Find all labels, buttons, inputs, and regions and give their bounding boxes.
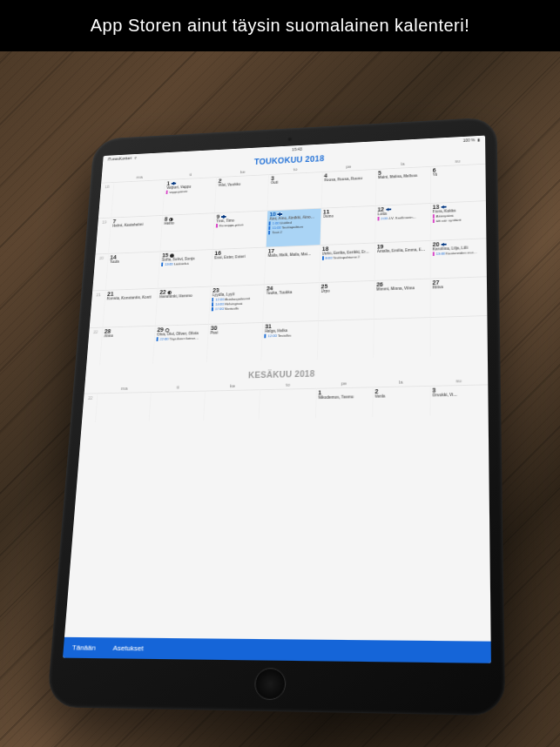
app-screen: iTunesKortteri ᯤ 15:43 100 % ▮ TOUKOKUU …	[63, 136, 491, 663]
day-cell[interactable]: 18Uuko, Eerika, Eerikki, Er…8:00Testitap…	[318, 243, 374, 283]
event-item[interactable]: 13:00Kaatuneiden mui…	[432, 250, 484, 256]
day-cell[interactable]: 24Tuuka, Tuukka	[262, 282, 318, 322]
day-cell[interactable]	[148, 391, 204, 421]
day-cell[interactable]: 8Heino	[159, 212, 214, 251]
promo-caption: App Storen ainut täysin suomalainen kale…	[0, 0, 560, 51]
event-item[interactable]: 17:00Vantaalla	[211, 306, 260, 311]
day-cell[interactable]	[111, 179, 165, 218]
flag-icon	[277, 213, 282, 217]
day-cell[interactable]: 5Maini, Malina, Mellssa	[374, 166, 429, 205]
day-cell[interactable]: 29Oiva, Oivi, Oliver, Olivia22:00Täysiku…	[152, 324, 208, 364]
event-item[interactable]: 12:00Testallus	[264, 333, 315, 338]
month-grid[interactable]: 181Valpuri, Vappuvappupäivät2Vilvi, Vuok…	[86, 164, 488, 366]
name-day-label: Tuuka, Tuukka	[266, 289, 316, 295]
name-day-label: Hemminki, Hemmo	[159, 293, 208, 299]
wifi-icon: ᯤ	[133, 156, 138, 160]
bottom-toolbar: Tänään Asetukset	[63, 637, 491, 663]
name-day-label: Urpo	[320, 287, 372, 293]
day-cell[interactable]: 21Konsta, Konstantin, Kosti	[102, 288, 157, 327]
home-button[interactable]	[253, 668, 286, 700]
flag-icon	[385, 208, 390, 212]
battery-label: 100 %	[462, 138, 475, 143]
day-cell[interactable]: 4Roosa, Ruusa, Ruusu	[320, 169, 375, 208]
today-button[interactable]: Tänään	[71, 643, 96, 652]
flag-icon	[221, 215, 226, 219]
day-cell[interactable]: 27Riitva	[429, 276, 487, 317]
name-day-label: Nikodemus, Teemu	[318, 394, 370, 400]
battery-icon: ▮	[477, 138, 480, 142]
day-cell[interactable]: 11Osmo	[320, 205, 375, 245]
day-cell[interactable]: 9Timi, TimoEurooppa-päivä	[212, 211, 267, 250]
camera-dot	[287, 137, 292, 141]
flag-icon	[441, 243, 446, 246]
day-cell[interactable]: 19Amalia, Emilia, Emma, E…	[374, 240, 429, 280]
day-cell[interactable]: 12Lotta2:00J.V. Snellmanin…	[374, 203, 429, 242]
day-cell[interactable]: 7Helmi, Kastehelmi	[108, 215, 162, 253]
day-cell[interactable]: 22Hemminki, Hemmo	[155, 286, 211, 326]
name-day-label: Konsta, Konstantin, Kosti	[106, 295, 155, 300]
day-cell[interactable]: 14Tuula	[105, 252, 159, 290]
day-cell[interactable]: 3Outi	[267, 172, 321, 210]
day-cell[interactable]: 3Orvokki, Vi…	[429, 384, 488, 415]
day-cell[interactable]	[429, 315, 487, 356]
day-cell[interactable]: 28Alma	[99, 326, 155, 365]
day-cell[interactable]	[372, 317, 429, 358]
name-day-label: Venla	[374, 394, 428, 399]
day-cell[interactable]: 15Sofia, Sohvi, Sonja13:00Lääkärikä	[157, 249, 212, 288]
day-cell[interactable]: 17Maila, Malli, Maila, Mai…	[264, 245, 320, 284]
event-item[interactable]: 13:00Lääkärikä	[161, 260, 210, 266]
name-day-label: Riitva	[432, 284, 484, 290]
event-item[interactable]: 8:00Testitapahtumo 2	[321, 254, 372, 260]
tablet-frame: iTunesKortteri ᯤ 15:43 100 % ▮ TOUKOKUU …	[46, 117, 505, 716]
day-cell[interactable]	[316, 319, 373, 360]
day-cell[interactable]: 26Mimmi, Minna, Vilma	[373, 279, 429, 319]
day-cell[interactable]: 20Karoliina, Lilja, Lilli13:00Kaatuneide…	[429, 238, 486, 278]
settings-button[interactable]: Asetukset	[112, 644, 144, 653]
clock-label: 15:43	[292, 147, 302, 152]
day-cell[interactable]: 16Essi, Ester, Esteri	[210, 247, 265, 286]
name-day-label: Tuula	[109, 258, 157, 264]
flag-icon	[171, 182, 176, 185]
day-cell[interactable]: 1Nikodemus, Teemu	[314, 387, 372, 418]
name-day-label: Mimmi, Minna, Vilma	[376, 286, 428, 292]
name-day-label: Pasi	[210, 329, 260, 334]
day-cell[interactable]: 13Fiora, KukkaÄitienpäivääiti aäi: syntt…	[429, 200, 486, 240]
day-cell[interactable]	[259, 388, 315, 420]
day-cell[interactable]: 31Helga, Helka12:00Testallus	[260, 320, 317, 360]
name-day-label: Essi, Ester, Esteri	[214, 254, 264, 260]
name-day-label: Alma	[104, 333, 152, 338]
back-app-label: iTunesKortteri	[107, 156, 132, 161]
day-cell[interactable]: 25Urpo	[317, 280, 374, 320]
day-cell[interactable]: 2Venla	[371, 386, 428, 417]
day-cell[interactable]: 6Yli	[429, 164, 485, 203]
day-cell[interactable]	[203, 389, 260, 420]
name-day-label: Amalia, Emilia, Emma, E…	[376, 247, 428, 253]
event-item[interactable]: 22:00Täysikuun koirav…	[156, 336, 206, 341]
flag-icon	[441, 205, 446, 209]
day-cell[interactable]: 2Vilvi, Vuokko	[214, 174, 268, 212]
name-day-label: Maila, Malli, Maila, Mai…	[267, 252, 318, 258]
day-cell[interactable]: 10Aini, Aino, Ainikki, Aino…1:00Untitled…	[266, 208, 320, 247]
day-cell[interactable]: 23Lyydla, Lyyli12:00Asiakaspalaverit14:0…	[208, 284, 264, 324]
day-cell[interactable]: 1Valpuri, Vappuvappupäivät	[162, 177, 216, 215]
day-cell[interactable]	[94, 392, 150, 422]
day-cell[interactable]: 30Pasi	[206, 322, 263, 362]
name-day-label: Orvokki, Vi…	[432, 392, 486, 397]
